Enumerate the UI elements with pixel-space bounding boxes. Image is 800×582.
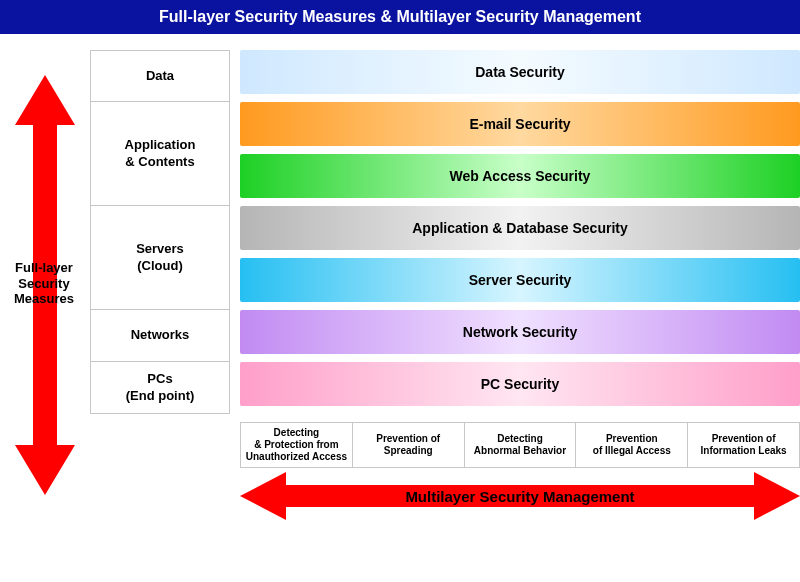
measure-abnormal-behavior: Detecting Abnormal Behavior	[464, 423, 576, 467]
bar-email-security: E-mail Security	[240, 102, 800, 146]
horizontal-double-arrow-icon: Multilayer Security Management	[240, 472, 800, 520]
layer-label-pcs: PCs (End point)	[90, 362, 230, 414]
layers-area: Data Application & Contents Servers (Clo…	[90, 50, 800, 414]
security-bars: Data Security E-mail Security Web Access…	[230, 50, 800, 414]
diagram-header: Full-layer Security Measures & Multilaye…	[0, 0, 800, 34]
bar-data-security: Data Security	[240, 50, 800, 94]
measure-unauthorized-access: Detecting & Protection from Unauthorized…	[241, 423, 352, 467]
measure-information-leaks: Prevention of Information Leaks	[687, 423, 799, 467]
layer-label-app-contents: Application & Contents	[90, 102, 230, 206]
measure-spreading: Prevention of Spreading	[352, 423, 464, 467]
bar-app-db-security: Application & Database Security	[240, 206, 800, 250]
layer-label-servers: Servers (Cloud)	[90, 206, 230, 310]
bar-network-security: Network Security	[240, 310, 800, 354]
layer-category-column: Data Application & Contents Servers (Clo…	[90, 50, 230, 414]
layer-label-data: Data	[90, 50, 230, 102]
bar-pc-security: PC Security	[240, 362, 800, 406]
bar-server-security: Server Security	[240, 258, 800, 302]
measure-illegal-access: Prevention of Illegal Access	[575, 423, 687, 467]
horizontal-axis-label: Multilayer Security Management	[405, 488, 634, 505]
diagram-body: Full-layer Security Measures Data Applic…	[0, 50, 800, 520]
horizontal-axis: Multilayer Security Management	[90, 472, 800, 520]
bottom-row: Detecting & Protection from Unauthorized…	[90, 422, 800, 468]
management-measures: Detecting & Protection from Unauthorized…	[240, 422, 800, 468]
header-title: Full-layer Security Measures & Multilaye…	[159, 8, 641, 25]
layer-label-networks: Networks	[90, 310, 230, 362]
vertical-axis-label: Full-layer Security Measures	[4, 260, 84, 307]
bottom-spacer	[90, 422, 230, 468]
diagram-main: Data Application & Contents Servers (Clo…	[90, 50, 800, 520]
bar-web-access-security: Web Access Security	[240, 154, 800, 198]
